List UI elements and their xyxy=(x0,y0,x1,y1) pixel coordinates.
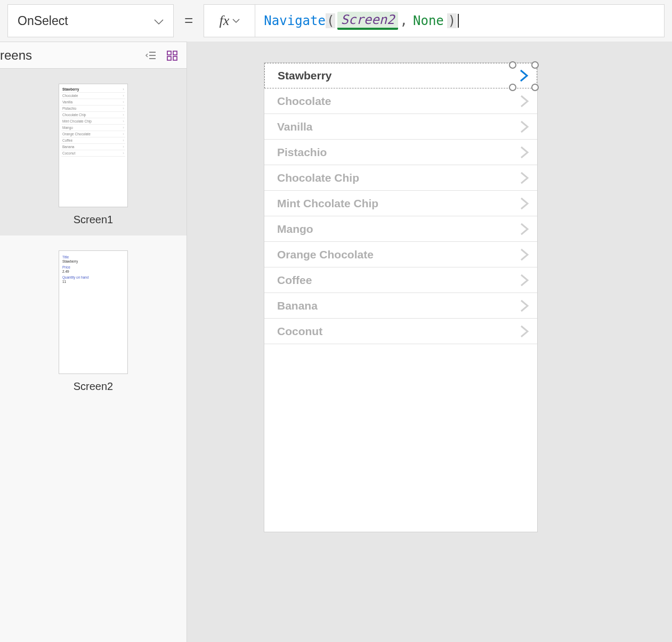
equals-label: = xyxy=(181,12,196,29)
gallery-item[interactable]: Chocolate Chip xyxy=(264,165,537,191)
screen-thumb-screen1[interactable]: Stawberry› Chocolate› Vanilla› Pistachio… xyxy=(0,69,187,235)
screen2-name: Screen2 xyxy=(74,380,114,393)
gallery-item[interactable]: Vanilla xyxy=(264,114,537,140)
svg-rect-1 xyxy=(173,51,177,55)
canvas-area[interactable]: Stawberry Chocolate Vanilla Pistachio xyxy=(187,42,672,642)
gallery-item[interactable]: Banana xyxy=(264,293,537,319)
screens-title: reens xyxy=(0,48,32,63)
text-cursor xyxy=(458,14,459,28)
chevron-down-icon xyxy=(154,14,164,28)
gallery-item-label: Pistachio xyxy=(277,146,327,159)
gallery-item[interactable]: Mango xyxy=(264,216,537,242)
gallery-item-label: Mango xyxy=(277,223,313,235)
svg-rect-2 xyxy=(167,56,171,60)
chevron-right-icon[interactable] xyxy=(512,319,537,344)
gallery-item[interactable]: Pistachio xyxy=(264,140,537,165)
token-navigate: Navigate xyxy=(264,13,326,28)
main-area: reens xyxy=(0,42,672,642)
gallery-item-label: Chocolate Chip xyxy=(277,172,359,184)
screen-thumb-screen2[interactable]: Title Stawberry Price 2.49 Quantity on h… xyxy=(0,235,187,402)
formula-bar: fx Navigate( Screen2, None ) xyxy=(204,4,665,37)
chevron-down-icon xyxy=(232,17,240,25)
list-collapse-icon[interactable] xyxy=(145,50,157,61)
gallery-item[interactable]: Coconut xyxy=(264,319,537,344)
screens-body: Stawberry› Chocolate› Vanilla› Pistachio… xyxy=(0,69,187,642)
gallery-item-label: Coffee xyxy=(277,274,312,287)
screen1-thumbnail: Stawberry› Chocolate› Vanilla› Pistachio… xyxy=(59,84,128,207)
fx-icon: fx xyxy=(219,13,229,29)
chevron-right-icon[interactable] xyxy=(512,114,537,139)
property-value: OnSelect xyxy=(18,14,68,28)
token-comma: , xyxy=(400,13,408,28)
gallery-item[interactable]: Orange Chocolate xyxy=(264,242,537,267)
gallery-item-label: Vanilla xyxy=(277,120,313,133)
gallery-item-label: Orange Chocolate xyxy=(277,248,374,261)
grid-view-icon[interactable] xyxy=(166,50,178,61)
gallery-item-label: Banana xyxy=(277,299,318,312)
fx-button[interactable]: fx xyxy=(204,5,255,37)
chevron-right-icon[interactable] xyxy=(512,88,537,113)
token-none: None xyxy=(413,13,444,28)
app-canvas[interactable]: Stawberry Chocolate Vanilla Pistachio xyxy=(264,63,537,532)
chevron-right-icon[interactable] xyxy=(512,191,537,216)
screen1-name: Screen1 xyxy=(74,214,114,226)
chevron-right-icon[interactable] xyxy=(512,267,537,292)
svg-rect-3 xyxy=(173,56,177,60)
gallery-item[interactable]: Coffee xyxy=(264,267,537,293)
gallery-item-label: Coconut xyxy=(277,325,322,338)
token-screen2: Screen2 xyxy=(337,12,398,30)
gallery-item[interactable]: Chocolate xyxy=(264,88,537,114)
token-paren-open: ( xyxy=(326,13,335,28)
screens-header-icons xyxy=(145,50,178,61)
chevron-right-icon[interactable] xyxy=(512,242,537,267)
token-paren-close: ) xyxy=(447,13,457,28)
screens-panel: reens xyxy=(0,42,187,642)
chevron-right-icon[interactable] xyxy=(512,140,537,165)
formula-input[interactable]: Navigate( Screen2, None ) xyxy=(255,5,664,37)
gallery-item[interactable]: Mint Chcolate Chip xyxy=(264,191,537,216)
chevron-right-icon[interactable] xyxy=(512,165,537,190)
top-bar: OnSelect = fx Navigate( Screen2, None ) xyxy=(0,0,672,42)
chevron-right-icon[interactable] xyxy=(512,293,537,318)
chevron-right-icon[interactable] xyxy=(512,216,537,241)
gallery-item-label: Mint Chcolate Chip xyxy=(277,197,378,210)
gallery-chevron-selected[interactable] xyxy=(511,63,537,88)
svg-rect-0 xyxy=(167,51,171,55)
screens-header: reens xyxy=(0,42,187,69)
gallery-item[interactable]: Stawberry xyxy=(264,63,537,88)
screen2-thumbnail: Title Stawberry Price 2.49 Quantity on h… xyxy=(59,250,128,374)
property-dropdown[interactable]: OnSelect xyxy=(7,4,174,37)
gallery-item-label: Chocolate xyxy=(277,95,331,108)
gallery-item-label: Stawberry xyxy=(278,69,332,82)
